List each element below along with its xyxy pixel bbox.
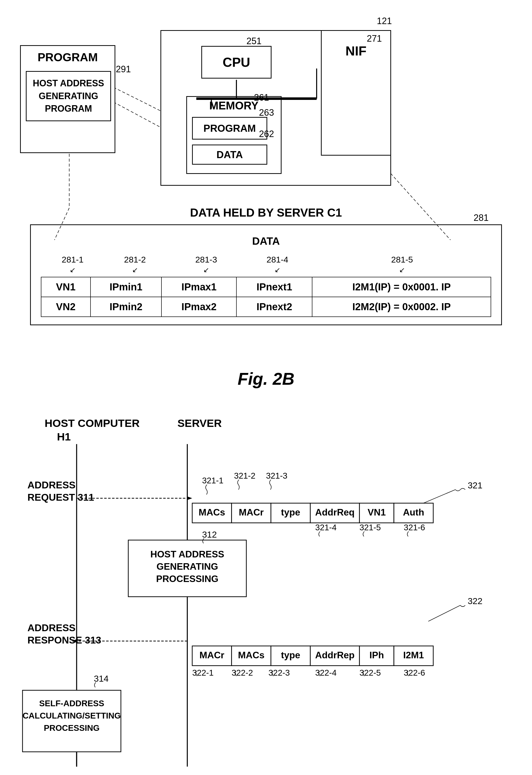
nif-block: NIF xyxy=(321,30,391,155)
svg-text:CALCULATING/SETTING: CALCULATING/SETTING xyxy=(23,711,121,720)
nif-label: NIF xyxy=(322,43,390,58)
svg-text:MACs: MACs xyxy=(199,507,225,517)
svg-text:322: 322 xyxy=(468,596,482,606)
col-ref-281-4: 281-4↙ xyxy=(242,255,313,274)
svg-text:ADDRESS: ADDRESS xyxy=(27,479,75,490)
data-row-1: VN1 IPmin1 IPmax1 IPnext1 I2M1(IP) = 0x0… xyxy=(41,277,491,297)
svg-text:322-2: 322-2 xyxy=(232,668,253,677)
cell-ipmin1: IPmin1 xyxy=(91,277,162,297)
svg-text:322-6: 322-6 xyxy=(404,668,425,677)
data-held-section: DATA HELD BY SERVER C1 281 DATA 281-1↙ 2… xyxy=(20,206,512,325)
col-ref-281-1: 281-1↙ xyxy=(46,255,99,274)
svg-text:PROCESSING: PROCESSING xyxy=(44,723,100,733)
host-addr-label: HOST ADDRESSGENERATINGPROGRAM xyxy=(33,77,104,115)
svg-text:H1: H1 xyxy=(57,431,71,443)
cell-ipmin2: IPmin2 xyxy=(91,297,162,317)
fig2b-diagram: PROGRAM HOST ADDRESSGENERATINGPROGRAM 29… xyxy=(20,15,512,361)
svg-line-24 xyxy=(423,490,456,503)
ref-261: 261 xyxy=(254,92,269,103)
svg-text:MACs: MACs xyxy=(238,650,264,660)
svg-text:322-3: 322-3 xyxy=(269,668,290,677)
ref-291: 291 xyxy=(116,64,131,74)
svg-text:321-4: 321-4 xyxy=(315,523,336,532)
svg-text:type: type xyxy=(281,507,300,517)
svg-marker-22 xyxy=(187,496,192,500)
svg-text:314: 314 xyxy=(94,674,109,683)
svg-text:GENERATING: GENERATING xyxy=(156,561,218,572)
svg-text:type: type xyxy=(281,650,300,660)
svg-text:PROCESSING: PROCESSING xyxy=(156,573,219,584)
svg-text:321-3: 321-3 xyxy=(266,471,287,480)
fig3-svg: HOST COMPUTER H1 SERVER ADDRESS REQUEST … xyxy=(20,409,512,775)
svg-text:SELF-ADDRESS: SELF-ADDRESS xyxy=(39,699,104,708)
svg-text:321: 321 xyxy=(468,480,482,490)
data-held-title: DATA HELD BY SERVER C1 xyxy=(20,206,512,219)
col-ref-281-2: 281-2↙ xyxy=(99,255,170,274)
ref-263: 263 xyxy=(259,107,274,118)
col-ref-281-5: 281-5↙ xyxy=(313,255,491,274)
server-block: CPU 251 MEMORY PROGRAM DATA 261 263 262 xyxy=(160,30,391,186)
svg-text:IPh: IPh xyxy=(369,650,384,660)
svg-text:REQUEST 311: REQUEST 311 xyxy=(27,492,94,503)
svg-text:322-5: 322-5 xyxy=(360,668,381,677)
svg-text:RESPONSE 313: RESPONSE 313 xyxy=(27,635,101,646)
svg-text:AddrRep: AddrRep xyxy=(315,650,354,660)
col-ref-row: 281-1↙ 281-2↙ 281-3↙ 281-4↙ 281-5↙ xyxy=(41,255,491,274)
svg-text:322-4: 322-4 xyxy=(315,668,336,677)
svg-text:HOST ADDRESS: HOST ADDRESS xyxy=(150,549,224,559)
svg-text:312: 312 xyxy=(202,529,217,539)
ref-251: 251 xyxy=(246,36,261,46)
fig3-diagram: HOST COMPUTER H1 SERVER ADDRESS REQUEST … xyxy=(20,409,512,775)
program-label: PROGRAM xyxy=(21,46,115,64)
cell-ipmax1: IPmax1 xyxy=(161,277,236,297)
cell-vn1: VN1 xyxy=(41,277,91,297)
memory-data-box: DATA xyxy=(192,144,267,164)
svg-text:321-2: 321-2 xyxy=(234,471,255,480)
svg-text:MACr: MACr xyxy=(199,650,224,660)
ref-271: 271 xyxy=(367,33,382,44)
svg-text:321-6: 321-6 xyxy=(404,523,425,532)
fig2b-label: Fig. 2B xyxy=(20,369,512,389)
data-table-container: 281 DATA 281-1↙ 281-2↙ 281-3↙ 281-4↙ 281… xyxy=(30,225,502,325)
cpu-label: CPU xyxy=(223,55,250,70)
cpu-box: CPU xyxy=(201,46,272,78)
memory-data-label: DATA xyxy=(216,149,243,160)
svg-text:MACr: MACr xyxy=(239,507,263,517)
svg-text:AddrReq: AddrReq xyxy=(315,507,354,517)
cell-i2m1: I2M1(IP) = 0x0001. IP xyxy=(312,277,491,297)
cell-ipmax2: IPmax2 xyxy=(161,297,236,317)
svg-text:VN1: VN1 xyxy=(368,507,386,517)
data-table: VN1 IPmin1 IPmax1 IPnext1 I2M1(IP) = 0x0… xyxy=(41,277,491,317)
data-table-inner-title: DATA xyxy=(41,235,491,247)
svg-text:321-5: 321-5 xyxy=(360,523,381,532)
svg-line-49 xyxy=(428,605,460,622)
program-block: PROGRAM HOST ADDRESSGENERATINGPROGRAM xyxy=(20,45,115,153)
memory-program-box: PROGRAM xyxy=(192,117,267,139)
cell-i2m2: I2M2(IP) = 0x0002. IP xyxy=(312,297,491,317)
svg-text:ADDRESS: ADDRESS xyxy=(27,622,75,633)
cell-vn2: VN2 xyxy=(41,297,91,317)
cell-ipnext2: IPnext2 xyxy=(236,297,312,317)
col-ref-281-3: 281-3↙ xyxy=(170,255,242,274)
ref-281: 281 xyxy=(474,213,489,223)
ref-262: 262 xyxy=(259,129,274,139)
cell-ipnext1: IPnext1 xyxy=(236,277,312,297)
svg-text:SERVER: SERVER xyxy=(178,417,222,429)
svg-text:I2M1: I2M1 xyxy=(403,650,424,660)
svg-text:321-1: 321-1 xyxy=(202,476,223,485)
ref-121: 121 xyxy=(377,16,392,26)
memory-program-label: PROGRAM xyxy=(204,123,256,134)
svg-text:Auth: Auth xyxy=(403,507,424,517)
svg-text:HOST COMPUTER: HOST COMPUTER xyxy=(45,417,140,429)
data-row-2: VN2 IPmin2 IPmax2 IPnext2 I2M2(IP) = 0x0… xyxy=(41,297,491,317)
host-addr-box: HOST ADDRESSGENERATINGPROGRAM xyxy=(26,71,111,121)
svg-text:322-1: 322-1 xyxy=(192,668,214,677)
